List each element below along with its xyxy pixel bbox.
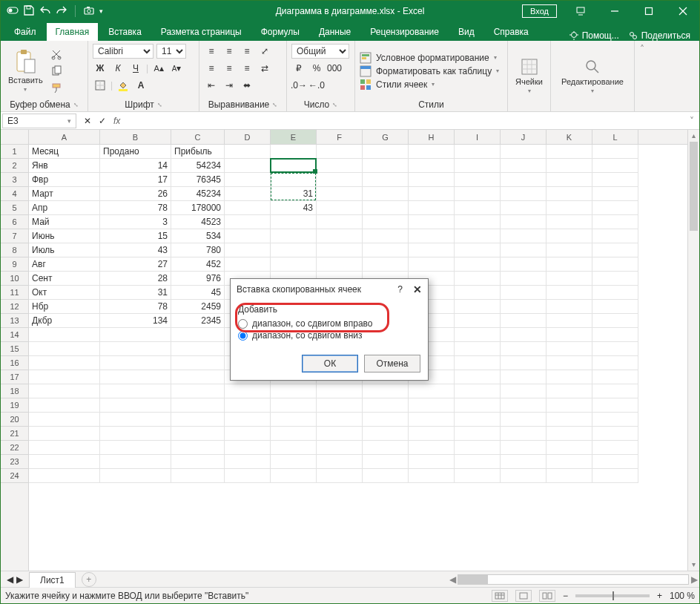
cell[interactable]: 78 [100, 201, 171, 215]
cell[interactable]: 43 [271, 201, 317, 215]
cell[interactable] [501, 173, 547, 187]
bold-icon[interactable]: Ж [93, 61, 108, 76]
column-header[interactable]: A [29, 130, 100, 144]
cell[interactable] [455, 286, 501, 300]
cell[interactable] [501, 201, 547, 215]
cell[interactable] [271, 243, 317, 257]
ribbon-options-icon[interactable] [564, 1, 597, 22]
cell[interactable] [409, 187, 455, 201]
vertical-scrollbar[interactable]: ▴▾ [687, 130, 699, 571]
align-right-icon[interactable]: ≡ [240, 61, 254, 76]
cell[interactable] [317, 215, 363, 229]
cell[interactable] [363, 215, 409, 229]
row-header[interactable]: 20 [1, 413, 28, 427]
cell[interactable] [271, 257, 317, 272]
cell[interactable] [317, 413, 363, 427]
select-all-corner[interactable] [1, 130, 29, 145]
decrease-decimal-icon[interactable]: ←.0 [309, 78, 324, 93]
cell[interactable] [501, 257, 547, 272]
cell[interactable] [271, 455, 317, 469]
cell[interactable]: 178000 [171, 201, 225, 215]
cell[interactable] [592, 398, 638, 413]
page-break-view-icon[interactable] [539, 590, 555, 602]
row-header[interactable]: 5 [1, 201, 28, 215]
cell[interactable] [501, 469, 547, 483]
row-header[interactable]: 11 [1, 286, 28, 300]
cell[interactable] [225, 384, 271, 398]
cell[interactable] [29, 455, 100, 469]
cell[interactable] [225, 427, 271, 441]
cell[interactable] [547, 159, 592, 173]
cell[interactable]: 45234 [171, 187, 225, 201]
cell[interactable] [100, 328, 171, 342]
cell[interactable] [100, 441, 171, 455]
row-header[interactable]: 6 [1, 215, 28, 229]
cell[interactable] [501, 272, 547, 286]
cell[interactable]: Май [29, 215, 100, 229]
cell[interactable] [455, 272, 501, 286]
borders-icon[interactable] [93, 78, 108, 93]
cell[interactable] [100, 455, 171, 469]
row-header[interactable]: 4 [1, 187, 28, 201]
cell[interactable] [501, 314, 547, 328]
cell[interactable] [501, 187, 547, 201]
cell[interactable] [455, 356, 501, 370]
cell[interactable] [271, 159, 317, 173]
column-header[interactable]: B [100, 130, 171, 144]
shift-right-radio[interactable]: диапазон, со сдвигом вправо [238, 318, 420, 329]
row-header[interactable]: 15 [1, 342, 28, 356]
align-left-icon[interactable]: ≡ [204, 61, 219, 76]
redo-icon[interactable] [56, 4, 67, 19]
cell[interactable] [171, 427, 225, 441]
cell-styles-button[interactable]: Стили ячеек▾ [360, 79, 503, 91]
italic-icon[interactable]: К [110, 61, 125, 76]
cell[interactable] [225, 398, 271, 413]
align-top-icon[interactable]: ≡ [204, 44, 219, 59]
underline-icon[interactable]: Ч [128, 61, 143, 76]
share-button[interactable]: Поделиться [628, 30, 690, 41]
cell[interactable]: Дкбр [29, 314, 100, 328]
cell[interactable] [409, 413, 455, 427]
cell[interactable]: 780 [171, 243, 225, 257]
cell[interactable] [171, 398, 225, 413]
cell[interactable] [547, 356, 592, 370]
cell[interactable] [501, 145, 547, 159]
comma-format-icon[interactable]: 000 [327, 61, 342, 76]
cell[interactable] [363, 398, 409, 413]
cell[interactable] [501, 342, 547, 356]
cell[interactable]: 76345 [171, 173, 225, 187]
tab-pagelayout[interactable]: Разметка страницы [152, 23, 251, 41]
cell[interactable] [409, 384, 455, 398]
row-header[interactable]: 18 [1, 384, 28, 398]
cell[interactable] [547, 398, 592, 413]
accept-entry-icon[interactable]: ✓ [99, 116, 106, 126]
editing-button[interactable]: Редактирование ▾ [558, 56, 627, 96]
cell[interactable] [547, 187, 592, 201]
cell[interactable] [547, 145, 592, 159]
cell[interactable] [455, 173, 501, 187]
tab-view[interactable]: Вид [449, 23, 483, 41]
conditional-formatting-button[interactable]: Условное форматирование▾ [360, 52, 503, 64]
cell[interactable] [501, 229, 547, 243]
cell[interactable] [547, 201, 592, 215]
cell[interactable]: 15 [100, 229, 171, 243]
row-header[interactable]: 21 [1, 427, 28, 441]
cell[interactable] [271, 441, 317, 455]
sheet-nav-prev-icon[interactable]: ◀ [5, 574, 15, 585]
copy-icon[interactable] [49, 64, 64, 79]
cell[interactable] [455, 370, 501, 384]
row-header[interactable]: 8 [1, 243, 28, 257]
number-format-select[interactable]: Общий [291, 44, 349, 59]
column-header[interactable]: J [501, 130, 547, 144]
formula-input[interactable] [128, 114, 684, 128]
row-header[interactable]: 19 [1, 398, 28, 413]
cell[interactable] [363, 413, 409, 427]
cell[interactable] [547, 469, 592, 483]
cell[interactable] [225, 145, 271, 159]
cell[interactable] [592, 201, 638, 215]
cell[interactable] [592, 356, 638, 370]
cell[interactable]: Сент [29, 272, 100, 286]
cell[interactable] [317, 398, 363, 413]
row-header[interactable]: 1 [1, 145, 28, 159]
cell[interactable] [225, 257, 271, 272]
